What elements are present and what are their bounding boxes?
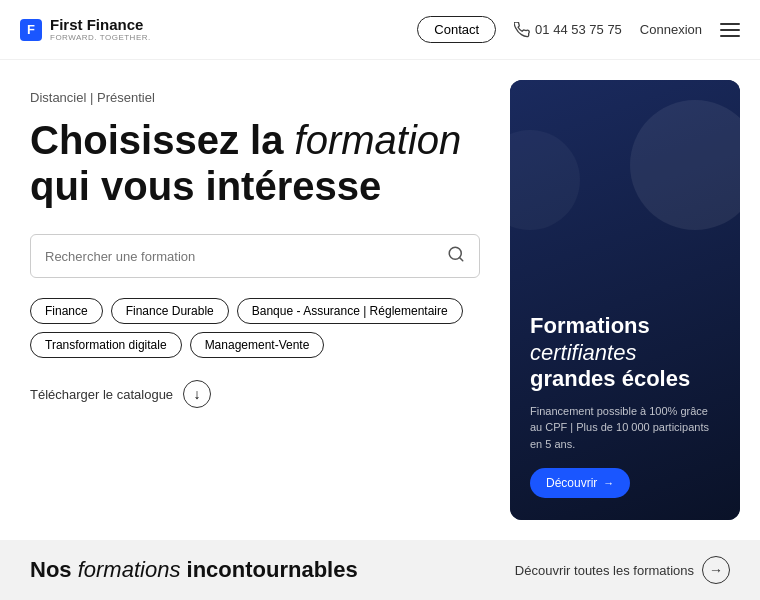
card-title-italic: certifiantes: [530, 340, 636, 365]
card-title-part1: Formations: [530, 313, 650, 338]
svg-line-1: [459, 257, 462, 260]
tag-button[interactable]: Management-Vente: [190, 332, 325, 358]
logo-icon: F: [20, 19, 42, 41]
bottom-link-arrow-btn[interactable]: →: [702, 556, 730, 584]
hero-title-part1: Choisissez la: [30, 118, 283, 162]
hero-title: Choisissez la formation qui vous intéres…: [30, 117, 480, 209]
hero-subtitle: Distanciel | Présentiel: [30, 90, 480, 105]
card-btn-label: Découvrir: [546, 476, 597, 490]
card-title-part2: grandes écoles: [530, 366, 690, 391]
tag-button[interactable]: Finance Durable: [111, 298, 229, 324]
nav-right: Contact 01 44 53 75 75 Connexion: [417, 16, 740, 43]
phone-icon: [514, 22, 530, 38]
card-discover-button[interactable]: Découvrir →: [530, 468, 630, 498]
bottom-title-pre: Nos: [30, 557, 72, 582]
left-section: Distanciel | Présentiel Choisissez la fo…: [0, 60, 510, 540]
brand-name: First Finance: [50, 17, 151, 34]
bottom-title-post: incontournables: [187, 557, 358, 582]
bottom-link-label: Découvrir toutes les formations: [515, 563, 694, 578]
hero-title-italic: formation: [295, 118, 462, 162]
bottom-title: Nos formations incontournables: [30, 557, 358, 583]
card-description: Financement possible à 100% grâce au CPF…: [530, 403, 720, 453]
search-icon: [447, 245, 465, 267]
card-btn-arrow: →: [603, 477, 614, 489]
hamburger-menu[interactable]: [720, 23, 740, 37]
logo[interactable]: F First Finance FORWARD. TOGETHER.: [20, 17, 151, 43]
card-content: Formations certifiantes grandes écoles F…: [530, 313, 720, 498]
tag-button[interactable]: Finance: [30, 298, 103, 324]
search-bar[interactable]: [30, 234, 480, 278]
promo-card: Formations certifiantes grandes écoles F…: [510, 80, 740, 520]
catalogue-download-button[interactable]: ↓: [183, 380, 211, 408]
card-title: Formations certifiantes grandes écoles: [530, 313, 720, 392]
navbar: F First Finance FORWARD. TOGETHER. Conta…: [0, 0, 760, 60]
hero-title-part2: qui vous intéresse: [30, 164, 381, 208]
brand-tagline: FORWARD. TOGETHER.: [50, 33, 151, 42]
contact-button[interactable]: Contact: [417, 16, 496, 43]
search-input[interactable]: [45, 249, 447, 264]
phone-display: 01 44 53 75 75: [514, 22, 622, 38]
tags-area: FinanceFinance DurableBanque - Assurance…: [30, 298, 480, 358]
bottom-section: Nos formations incontournables Découvrir…: [0, 540, 760, 600]
catalogue-label: Télécharger le catalogue: [30, 387, 173, 402]
tag-button[interactable]: Transformation digitale: [30, 332, 182, 358]
login-link[interactable]: Connexion: [640, 22, 702, 37]
main-content: Distanciel | Présentiel Choisissez la fo…: [0, 60, 760, 540]
phone-number: 01 44 53 75 75: [535, 22, 622, 37]
tag-button[interactable]: Banque - Assurance | Réglementaire: [237, 298, 463, 324]
bottom-link-arrow-icon: →: [709, 562, 723, 578]
bottom-link[interactable]: Découvrir toutes les formations →: [515, 556, 730, 584]
bottom-title-italic: formations: [78, 557, 181, 582]
catalogue-row: Télécharger le catalogue ↓: [30, 380, 480, 408]
